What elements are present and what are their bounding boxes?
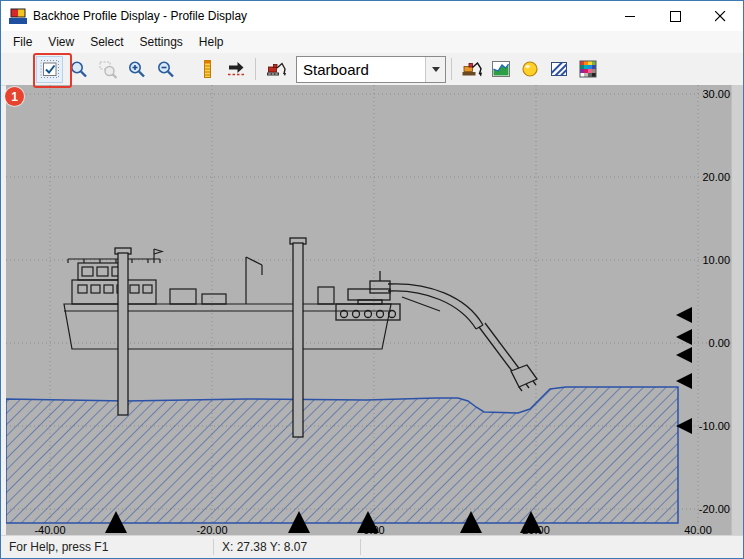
- menu-settings[interactable]: Settings: [132, 32, 191, 52]
- toolbar-separator-2: [451, 58, 452, 80]
- combo-dropdown-button[interactable]: [425, 57, 445, 82]
- seabed-hatch-area: [6, 387, 678, 523]
- app-icon: [9, 8, 27, 24]
- right-margin-strip: [731, 85, 743, 537]
- zoom-out-icon: [156, 59, 176, 79]
- svg-text:20.00: 20.00: [702, 171, 730, 183]
- direction-arrow-icon: [226, 59, 246, 79]
- svg-text:-10.00: -10.00: [699, 420, 730, 432]
- backhoe-select-button[interactable]: [262, 56, 289, 83]
- close-button[interactable]: [698, 1, 743, 31]
- zoom-in-icon: [127, 59, 147, 79]
- zoom-window-icon: [98, 59, 118, 79]
- ball-marker-button[interactable]: [516, 56, 543, 83]
- minimize-icon: [625, 11, 636, 22]
- toolbar-separator: [255, 58, 256, 80]
- profile-plot-canvas[interactable]: 30.00 20.00 10.00 0.00 -10.00 -20.00 -40…: [6, 85, 734, 537]
- backhoe-profile-icon: [461, 59, 483, 79]
- toolbar: Starboard: [1, 53, 743, 86]
- select-tool-button[interactable]: [36, 56, 63, 83]
- profile-side-selector[interactable]: Starboard: [296, 56, 446, 83]
- backhoe-profile-view-button[interactable]: [458, 56, 485, 83]
- color-grid-button[interactable]: [574, 56, 601, 83]
- status-divider-2: [360, 539, 361, 555]
- zoom-tool-button[interactable]: [65, 56, 92, 83]
- y-axis-labels: 30.00 20.00 10.00 0.00 -10.00 -20.00: [699, 88, 730, 515]
- area-chart-icon: [491, 59, 511, 79]
- svg-text:0.00: 0.00: [709, 337, 730, 349]
- direction-arrow-button[interactable]: [222, 56, 249, 83]
- menu-view[interactable]: View: [40, 32, 82, 52]
- menu-select[interactable]: Select: [82, 32, 131, 52]
- window-title: Backhoe Profile Display - Profile Displa…: [33, 9, 247, 23]
- close-icon: [715, 11, 726, 22]
- maximize-icon: [670, 11, 681, 22]
- svg-text:10.00: 10.00: [702, 254, 730, 266]
- area-chart-button[interactable]: [487, 56, 514, 83]
- ball-icon: [520, 59, 540, 79]
- zoom-out-button[interactable]: [152, 56, 179, 83]
- profile-scene: 30.00 20.00 10.00 0.00 -10.00 -20.00 -40…: [6, 85, 734, 537]
- menu-bar: File View Select Settings Help: [1, 31, 743, 54]
- staff-gauge-button[interactable]: [193, 56, 220, 83]
- staff-gauge-icon: [197, 59, 217, 79]
- zoom-window-button[interactable]: [94, 56, 121, 83]
- dredger-vessel: [64, 249, 391, 349]
- profile-side-value: Starboard: [297, 61, 425, 78]
- zoom-icon: [69, 59, 89, 79]
- menu-file[interactable]: File: [5, 32, 40, 52]
- select-check-icon: [40, 59, 60, 79]
- backhoe-icon: [265, 59, 287, 79]
- hatch-pattern-button[interactable]: [545, 56, 572, 83]
- svg-text:-20.00: -20.00: [699, 503, 730, 515]
- window-controls: [608, 1, 743, 31]
- svg-text:30.00: 30.00: [702, 88, 730, 100]
- menu-help[interactable]: Help: [191, 32, 232, 52]
- zoom-in-button[interactable]: [123, 56, 150, 83]
- color-grid-icon: [578, 59, 598, 79]
- status-coordinates: X: 27.38 Y: 8.07: [214, 536, 360, 558]
- status-bar: For Help, press F1 X: 27.38 Y: 8.07: [1, 535, 743, 558]
- status-help-text: For Help, press F1: [1, 536, 213, 558]
- maximize-button[interactable]: [653, 1, 698, 31]
- annotation-step-badge: 1: [5, 87, 24, 106]
- title-bar: Backhoe Profile Display - Profile Displa…: [1, 1, 743, 32]
- hatch-pattern-icon: [549, 59, 569, 79]
- excavator: [336, 271, 537, 391]
- chevron-down-icon: [432, 67, 440, 72]
- app-window: Backhoe Profile Display - Profile Displa…: [0, 0, 744, 559]
- minimize-button[interactable]: [608, 1, 653, 31]
